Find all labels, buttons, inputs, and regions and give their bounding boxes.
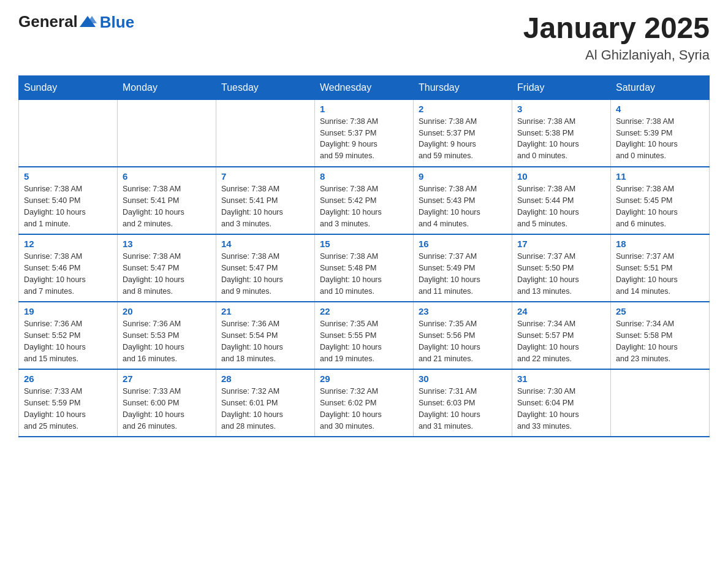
calendar-cell: 21Sunrise: 7:36 AM Sunset: 5:54 PM Dayli…: [216, 302, 315, 369]
day-number: 27: [123, 373, 211, 384]
logo-general: General: [18, 12, 78, 31]
calendar-cell: 1Sunrise: 7:38 AM Sunset: 5:37 PM Daylig…: [315, 99, 414, 167]
calendar-cell: 9Sunrise: 7:38 AM Sunset: 5:43 PM Daylig…: [414, 167, 512, 234]
calendar-cell: 19Sunrise: 7:36 AM Sunset: 5:52 PM Dayli…: [19, 302, 118, 369]
calendar-cell: 18Sunrise: 7:37 AM Sunset: 5:51 PM Dayli…: [611, 234, 710, 302]
day-number: 3: [517, 104, 605, 114]
calendar-cell: 7Sunrise: 7:38 AM Sunset: 5:41 PM Daylig…: [216, 167, 315, 234]
day-info: Sunrise: 7:36 AM Sunset: 5:53 PM Dayligh…: [123, 318, 211, 364]
day-info: Sunrise: 7:38 AM Sunset: 5:42 PM Dayligh…: [320, 183, 408, 229]
calendar-cell: 31Sunrise: 7:30 AM Sunset: 6:04 PM Dayli…: [512, 369, 611, 437]
calendar-cell: 8Sunrise: 7:38 AM Sunset: 5:42 PM Daylig…: [315, 167, 414, 234]
day-info: Sunrise: 7:38 AM Sunset: 5:47 PM Dayligh…: [123, 251, 211, 297]
header-thursday: Thursday: [414, 75, 512, 99]
calendar-cell: 23Sunrise: 7:35 AM Sunset: 5:56 PM Dayli…: [414, 302, 512, 369]
day-number: 14: [221, 239, 309, 249]
calendar-cell: 24Sunrise: 7:34 AM Sunset: 5:57 PM Dayli…: [512, 302, 611, 369]
calendar-cell: 2Sunrise: 7:38 AM Sunset: 5:37 PM Daylig…: [414, 99, 512, 167]
calendar-cell: 28Sunrise: 7:32 AM Sunset: 6:01 PM Dayli…: [216, 369, 315, 437]
calendar-cell: [611, 369, 710, 437]
day-info: Sunrise: 7:38 AM Sunset: 5:48 PM Dayligh…: [320, 251, 408, 297]
day-info: Sunrise: 7:33 AM Sunset: 5:59 PM Dayligh…: [24, 386, 112, 432]
calendar-header-row: SundayMondayTuesdayWednesdayThursdayFrid…: [19, 75, 710, 99]
day-info: Sunrise: 7:36 AM Sunset: 5:52 PM Dayligh…: [24, 318, 112, 364]
day-info: Sunrise: 7:31 AM Sunset: 6:03 PM Dayligh…: [419, 386, 507, 432]
day-number: 2: [419, 104, 507, 114]
calendar-cell: 25Sunrise: 7:34 AM Sunset: 5:58 PM Dayli…: [611, 302, 710, 369]
logo: General Blue: [18, 12, 134, 31]
calendar-cell: 22Sunrise: 7:35 AM Sunset: 5:55 PM Dayli…: [315, 302, 414, 369]
day-info: Sunrise: 7:30 AM Sunset: 6:04 PM Dayligh…: [517, 386, 605, 432]
day-info: Sunrise: 7:38 AM Sunset: 5:45 PM Dayligh…: [616, 183, 704, 229]
day-number: 18: [616, 239, 704, 249]
calendar-cell: 27Sunrise: 7:33 AM Sunset: 6:00 PM Dayli…: [118, 369, 216, 437]
location-title: Al Ghizlaniyah, Syria: [523, 47, 710, 63]
logo-blue: Blue: [100, 14, 134, 30]
calendar-cell: 11Sunrise: 7:38 AM Sunset: 5:45 PM Dayli…: [611, 167, 710, 234]
day-number: 24: [517, 306, 605, 316]
day-number: 31: [517, 373, 605, 384]
day-number: 13: [123, 239, 211, 249]
day-number: 6: [123, 171, 211, 182]
calendar-cell: 3Sunrise: 7:38 AM Sunset: 5:38 PM Daylig…: [512, 99, 611, 167]
day-number: 11: [616, 171, 704, 182]
day-info: Sunrise: 7:38 AM Sunset: 5:46 PM Dayligh…: [24, 251, 112, 297]
title-section: January 2025 Al Ghizlaniyah, Syria: [523, 12, 710, 63]
calendar-cell: 10Sunrise: 7:38 AM Sunset: 5:44 PM Dayli…: [512, 167, 611, 234]
day-number: 7: [221, 171, 309, 182]
calendar-cell: 17Sunrise: 7:37 AM Sunset: 5:50 PM Dayli…: [512, 234, 611, 302]
calendar-week-1: 5Sunrise: 7:38 AM Sunset: 5:40 PM Daylig…: [19, 167, 710, 234]
day-number: 15: [320, 239, 408, 249]
day-number: 10: [517, 171, 605, 182]
day-info: Sunrise: 7:33 AM Sunset: 6:00 PM Dayligh…: [123, 386, 211, 432]
day-info: Sunrise: 7:34 AM Sunset: 5:57 PM Dayligh…: [517, 318, 605, 364]
day-info: Sunrise: 7:32 AM Sunset: 6:02 PM Dayligh…: [320, 386, 408, 432]
day-number: 23: [419, 306, 507, 316]
day-number: 25: [616, 306, 704, 316]
header-wednesday: Wednesday: [315, 75, 414, 99]
calendar-cell: 6Sunrise: 7:38 AM Sunset: 5:41 PM Daylig…: [118, 167, 216, 234]
calendar-cell: 12Sunrise: 7:38 AM Sunset: 5:46 PM Dayli…: [19, 234, 118, 302]
calendar-table: SundayMondayTuesdayWednesdayThursdayFrid…: [18, 75, 710, 438]
day-number: 26: [24, 373, 112, 384]
day-info: Sunrise: 7:34 AM Sunset: 5:58 PM Dayligh…: [616, 318, 704, 364]
header-tuesday: Tuesday: [216, 75, 315, 99]
day-number: 29: [320, 373, 408, 384]
day-number: 19: [24, 306, 112, 316]
calendar-cell: 14Sunrise: 7:38 AM Sunset: 5:47 PM Dayli…: [216, 234, 315, 302]
day-info: Sunrise: 7:38 AM Sunset: 5:43 PM Dayligh…: [419, 183, 507, 229]
day-info: Sunrise: 7:37 AM Sunset: 5:50 PM Dayligh…: [517, 251, 605, 297]
day-number: 4: [616, 104, 704, 114]
day-number: 8: [320, 171, 408, 182]
day-number: 9: [419, 171, 507, 182]
day-number: 17: [517, 239, 605, 249]
day-number: 21: [221, 306, 309, 316]
day-info: Sunrise: 7:36 AM Sunset: 5:54 PM Dayligh…: [221, 318, 309, 364]
calendar-cell: 15Sunrise: 7:38 AM Sunset: 5:48 PM Dayli…: [315, 234, 414, 302]
calendar-cell: 4Sunrise: 7:38 AM Sunset: 5:39 PM Daylig…: [611, 99, 710, 167]
day-number: 5: [24, 171, 112, 182]
day-info: Sunrise: 7:37 AM Sunset: 5:51 PM Dayligh…: [616, 251, 704, 297]
day-info: Sunrise: 7:38 AM Sunset: 5:47 PM Dayligh…: [221, 251, 309, 297]
day-info: Sunrise: 7:38 AM Sunset: 5:41 PM Dayligh…: [123, 183, 211, 229]
calendar-cell: 13Sunrise: 7:38 AM Sunset: 5:47 PM Dayli…: [118, 234, 216, 302]
calendar-cell: 29Sunrise: 7:32 AM Sunset: 6:02 PM Dayli…: [315, 369, 414, 437]
calendar-cell: 20Sunrise: 7:36 AM Sunset: 5:53 PM Dayli…: [118, 302, 216, 369]
day-info: Sunrise: 7:38 AM Sunset: 5:38 PM Dayligh…: [517, 116, 605, 162]
header-friday: Friday: [512, 75, 611, 99]
day-info: Sunrise: 7:38 AM Sunset: 5:39 PM Dayligh…: [616, 116, 704, 162]
day-info: Sunrise: 7:38 AM Sunset: 5:40 PM Dayligh…: [24, 183, 112, 229]
calendar-week-3: 19Sunrise: 7:36 AM Sunset: 5:52 PM Dayli…: [19, 302, 710, 369]
day-info: Sunrise: 7:38 AM Sunset: 5:41 PM Dayligh…: [221, 183, 309, 229]
page-header: General Blue January 2025 Al Ghizlaniyah…: [18, 12, 710, 63]
calendar-week-4: 26Sunrise: 7:33 AM Sunset: 5:59 PM Dayli…: [19, 369, 710, 437]
day-number: 12: [24, 239, 112, 249]
calendar-cell: 16Sunrise: 7:37 AM Sunset: 5:49 PM Dayli…: [414, 234, 512, 302]
day-info: Sunrise: 7:38 AM Sunset: 5:37 PM Dayligh…: [419, 116, 507, 162]
calendar-cell: 26Sunrise: 7:33 AM Sunset: 5:59 PM Dayli…: [19, 369, 118, 437]
header-sunday: Sunday: [19, 75, 118, 99]
logo-icon: [78, 13, 97, 31]
calendar-week-0: 1Sunrise: 7:38 AM Sunset: 5:37 PM Daylig…: [19, 99, 710, 167]
day-info: Sunrise: 7:37 AM Sunset: 5:49 PM Dayligh…: [419, 251, 507, 297]
day-number: 30: [419, 373, 507, 384]
